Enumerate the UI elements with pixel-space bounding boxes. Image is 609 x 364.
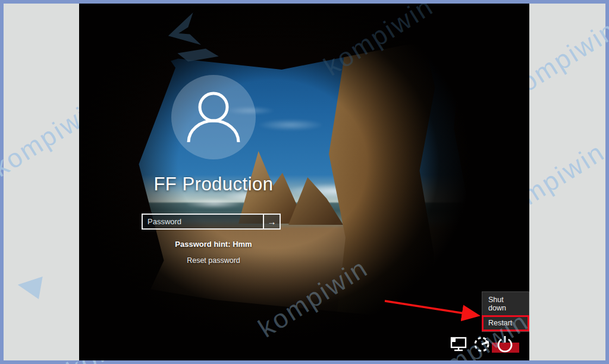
ease-of-access-icon[interactable] bbox=[472, 334, 491, 353]
network-icon[interactable] bbox=[449, 334, 468, 353]
tutorial-frame: kompiwin kompiwin kompiwin kompiwin FF P… bbox=[0, 0, 609, 364]
wallpaper-vignette bbox=[79, 4, 529, 360]
power-menu: Shut down Restart bbox=[482, 291, 529, 332]
avatar bbox=[171, 75, 256, 159]
user-icon bbox=[171, 75, 256, 159]
username-label: FF Production bbox=[153, 174, 273, 195]
submit-password-button[interactable]: → bbox=[263, 215, 280, 228]
menu-item-restart[interactable]: Restart bbox=[482, 316, 529, 331]
arrow-right-icon: → bbox=[268, 216, 277, 227]
lock-screen: FF Production → Password hint: Hmm Reset… bbox=[79, 4, 529, 360]
password-hint-label: Password hint: Hmm bbox=[175, 240, 252, 249]
watermark-triangle bbox=[18, 277, 49, 304]
password-box: → bbox=[142, 214, 281, 230]
reset-password-link[interactable]: Reset password bbox=[187, 256, 240, 265]
menu-item-shut-down[interactable]: Shut down bbox=[482, 293, 529, 316]
password-input[interactable] bbox=[143, 215, 263, 228]
power-icon[interactable] bbox=[495, 334, 514, 353]
